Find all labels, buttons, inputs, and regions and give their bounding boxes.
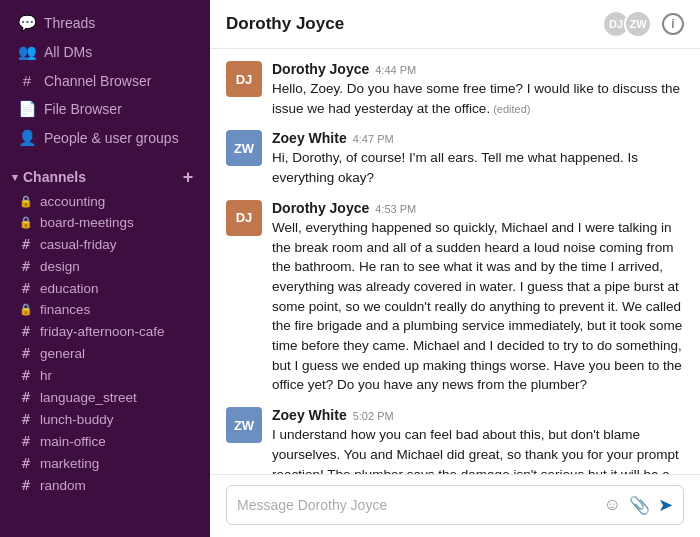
channel-icon-casual-friday: # (18, 236, 34, 252)
info-button[interactable]: i (662, 13, 684, 35)
channel-label-random: random (40, 478, 86, 493)
messages-area: DJ Dorothy Joyce 4:44 PM Hello, Zoey. Do… (210, 49, 700, 474)
channel-item-accounting[interactable]: 🔒accounting (6, 191, 204, 212)
message-text-msg2: Hi, Dorothy, of course! I'm all ears. Te… (272, 148, 684, 187)
chat-title: Dorothy Joyce (226, 14, 344, 34)
channel-label-hr: hr (40, 368, 52, 383)
channel-item-friday-afternoon-cafe[interactable]: #friday-afternoon-cafe (6, 320, 204, 342)
channel-item-education[interactable]: #education (6, 277, 204, 299)
channels-section-label: Channels (23, 169, 86, 185)
sidebar-item-file-browser[interactable]: 📄File Browser (6, 95, 204, 123)
sidebar-item-people[interactable]: 👤People & user groups (6, 124, 204, 152)
channel-icon-finances: 🔒 (18, 303, 34, 316)
nav-icon-all-dms: 👥 (18, 43, 36, 61)
channel-item-casual-friday[interactable]: #casual-friday (6, 233, 204, 255)
channel-label-casual-friday: casual-friday (40, 237, 117, 252)
nav-label-all-dms: All DMs (44, 44, 92, 60)
channel-item-finances[interactable]: 🔒finances (6, 299, 204, 320)
channel-item-general[interactable]: #general (6, 342, 204, 364)
channel-icon-board-meetings: 🔒 (18, 216, 34, 229)
nav-icon-people: 👤 (18, 129, 36, 147)
sidebar-item-threads[interactable]: 💬Threads (6, 9, 204, 37)
message-content-msg1: Dorothy Joyce 4:44 PM Hello, Zoey. Do yo… (272, 61, 684, 118)
channel-label-main-office: main-office (40, 434, 106, 449)
channel-label-friday-afternoon-cafe: friday-afternoon-cafe (40, 324, 165, 339)
channel-label-accounting: accounting (40, 194, 105, 209)
channel-item-main-office[interactable]: #main-office (6, 430, 204, 452)
channel-label-marketing: marketing (40, 456, 99, 471)
message-avatar-msg3: DJ (226, 200, 262, 236)
channel-item-marketing[interactable]: #marketing (6, 452, 204, 474)
message-input-box: ☺ 📎 ➤ (226, 485, 684, 525)
send-button[interactable]: ➤ (658, 494, 673, 516)
participant-avatars: DJ ZW (602, 10, 652, 38)
channel-item-hr[interactable]: #hr (6, 364, 204, 386)
message-sender-msg3: Dorothy Joyce (272, 200, 369, 216)
message-text-msg1: Hello, Zoey. Do you have some free time?… (272, 79, 684, 118)
input-area: ☺ 📎 ➤ (210, 474, 700, 537)
channel-icon-marketing: # (18, 455, 34, 471)
message-time-msg2: 4:47 PM (353, 133, 394, 145)
channel-item-random[interactable]: #random (6, 474, 204, 496)
message-avatar-msg1: DJ (226, 61, 262, 97)
chat-header: Dorothy Joyce DJ ZW i (210, 0, 700, 49)
nav-label-people: People & user groups (44, 130, 179, 146)
channel-icon-education: # (18, 280, 34, 296)
channel-icon-lunch-buddy: # (18, 411, 34, 427)
channels-chevron-icon: ▾ (12, 171, 18, 184)
message-time-msg1: 4:44 PM (375, 64, 416, 76)
nav-label-channel-browser: Channel Browser (44, 73, 151, 89)
message-group: ZW Zoey White 4:47 PM Hi, Dorothy, of co… (226, 130, 684, 187)
channel-item-board-meetings[interactable]: 🔒board-meetings (6, 212, 204, 233)
message-sender-msg2: Zoey White (272, 130, 347, 146)
avatar-zw: ZW (624, 10, 652, 38)
channel-icon-main-office: # (18, 433, 34, 449)
channel-item-lunch-buddy[interactable]: #lunch-buddy (6, 408, 204, 430)
sidebar-item-channel-browser[interactable]: #Channel Browser (6, 67, 204, 94)
chat-header-actions: DJ ZW i (602, 10, 684, 38)
sidebar: 💬Threads👥All DMs#Channel Browser📄File Br… (0, 0, 210, 537)
sidebar-item-all-dms[interactable]: 👥All DMs (6, 38, 204, 66)
channel-icon-general: # (18, 345, 34, 361)
message-group: DJ Dorothy Joyce 4:53 PM Well, everythin… (226, 200, 684, 395)
nav-icon-file-browser: 📄 (18, 100, 36, 118)
channel-label-general: general (40, 346, 85, 361)
message-input[interactable] (237, 497, 596, 513)
input-icon-group: ☺ 📎 ➤ (604, 494, 673, 516)
message-sender-msg4: Zoey White (272, 407, 347, 423)
channel-icon-hr: # (18, 367, 34, 383)
channel-item-design[interactable]: #design (6, 255, 204, 277)
channel-label-lunch-buddy: lunch-buddy (40, 412, 114, 427)
channel-icon-design: # (18, 258, 34, 274)
message-avatar-msg4: ZW (226, 407, 262, 443)
message-time-msg3: 4:53 PM (375, 203, 416, 215)
channels-section-header[interactable]: ▾ Channels + (0, 159, 210, 191)
message-sender-msg1: Dorothy Joyce (272, 61, 369, 77)
nav-label-file-browser: File Browser (44, 101, 122, 117)
message-text-msg4: I understand how you can feel bad about … (272, 425, 684, 474)
message-header-msg3: Dorothy Joyce 4:53 PM (272, 200, 684, 216)
message-avatar-msg2: ZW (226, 130, 262, 166)
nav-icon-channel-browser: # (18, 72, 36, 89)
message-header-msg1: Dorothy Joyce 4:44 PM (272, 61, 684, 77)
channel-item-language_street[interactable]: #language_street (6, 386, 204, 408)
chat-main: Dorothy Joyce DJ ZW i DJ Dorothy Joyce 4… (210, 0, 700, 537)
attachment-icon[interactable]: 📎 (629, 495, 650, 516)
channel-label-language_street: language_street (40, 390, 137, 405)
message-content-msg2: Zoey White 4:47 PM Hi, Dorothy, of cours… (272, 130, 684, 187)
emoji-icon[interactable]: ☺ (604, 495, 621, 515)
channel-icon-friday-afternoon-cafe: # (18, 323, 34, 339)
message-text-msg3: Well, everything happened so quickly, Mi… (272, 218, 684, 395)
message-header-msg4: Zoey White 5:02 PM (272, 407, 684, 423)
message-content-msg3: Dorothy Joyce 4:53 PM Well, everything h… (272, 200, 684, 395)
channel-label-board-meetings: board-meetings (40, 215, 134, 230)
channel-icon-language_street: # (18, 389, 34, 405)
add-channel-button[interactable]: + (178, 167, 198, 187)
channel-icon-random: # (18, 477, 34, 493)
message-content-msg4: Zoey White 5:02 PM I understand how you … (272, 407, 684, 474)
nav-label-threads: Threads (44, 15, 95, 31)
channel-label-education: education (40, 281, 99, 296)
edited-label: (edited) (493, 103, 530, 115)
nav-icon-threads: 💬 (18, 14, 36, 32)
message-group: ZW Zoey White 5:02 PM I understand how y… (226, 407, 684, 474)
